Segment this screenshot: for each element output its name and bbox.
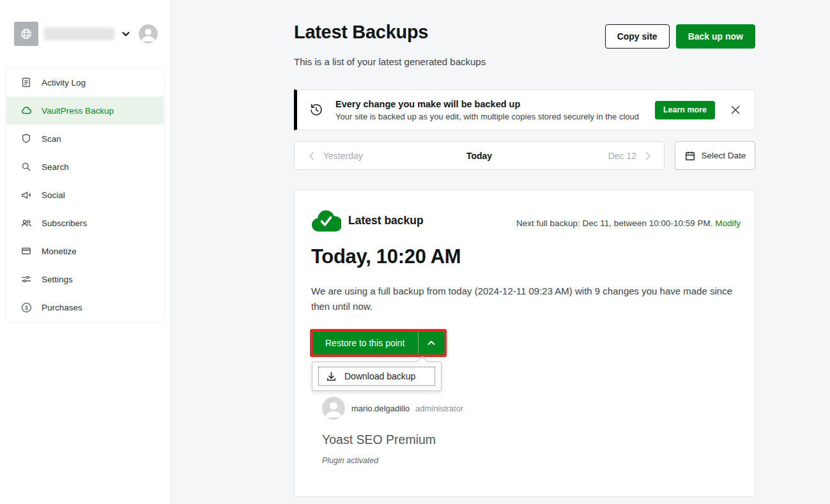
chevron-up-icon	[426, 338, 436, 348]
shield-icon	[20, 132, 33, 145]
download-backup-label: Download backup	[344, 371, 415, 381]
sidebar-nav: Activity Log VaultPress Backup Scan Sear…	[5, 67, 165, 323]
chevron-down-icon	[121, 29, 131, 39]
sidebar: Activity Log VaultPress Backup Scan Sear…	[0, 0, 171, 504]
user-name: mario.delgadillo	[351, 404, 410, 413]
calendar-icon	[684, 150, 696, 162]
current-date-label: Today	[295, 151, 664, 161]
modify-link[interactable]: Modify	[715, 218, 741, 228]
download-backup-button[interactable]: Download backup	[318, 367, 435, 386]
sidebar-item-vaultpress-backup[interactable]: VaultPress Backup	[6, 96, 164, 125]
restore-split-button: Restore to this point	[312, 332, 444, 355]
history-restore-icon	[309, 102, 324, 118]
profile-avatar[interactable]	[139, 24, 158, 43]
page-subtitle: This is a list of your latest generated …	[294, 56, 486, 67]
sidebar-item-scan[interactable]: Scan	[6, 125, 164, 153]
restore-options-popover: Download backup	[312, 362, 442, 391]
learn-more-button[interactable]: Learn more	[655, 101, 715, 119]
activity-log-icon	[20, 76, 33, 89]
latest-backup-card: Latest backup Next full backup: Dec 11, …	[294, 190, 755, 497]
page-title: Latest Backups	[294, 22, 428, 43]
sidebar-item-search[interactable]: Search	[6, 153, 164, 181]
people-icon	[20, 217, 33, 229]
banner-description: Your site is backed up as you edit, with…	[335, 112, 655, 121]
sidebar-item-settings[interactable]: Settings	[6, 265, 164, 293]
jetpack-backup-page: Activity Log VaultPress Backup Scan Sear…	[0, 0, 830, 504]
back-up-now-button[interactable]: Back up now	[676, 24, 755, 49]
sidebar-item-label: VaultPress Backup	[42, 106, 114, 116]
backup-success-cloud-icon	[311, 210, 341, 233]
activity-event-subtitle: Plugin activated	[322, 456, 378, 465]
restore-options-toggle[interactable]	[419, 332, 444, 355]
site-globe-icon	[14, 22, 38, 46]
close-icon[interactable]	[729, 103, 742, 116]
select-date-button[interactable]: Select Date	[675, 141, 755, 170]
sidebar-item-subscribers[interactable]: Subscribers	[6, 209, 164, 237]
sidebar-item-purchases[interactable]: $ Purchases	[6, 293, 164, 321]
sidebar-item-label: Search	[42, 162, 69, 172]
next-backup-schedule: Next full backup: Dec 11, between 10:00-…	[516, 218, 712, 228]
backup-time-heading: Today, 10:20 AM	[311, 245, 461, 268]
date-navigation: Today Yesterday Dec 12	[294, 141, 665, 170]
sidebar-item-label: Scan	[42, 134, 61, 144]
site-switcher[interactable]	[14, 21, 158, 47]
sidebar-item-label: Activity Log	[42, 78, 86, 88]
copy-site-button[interactable]: Copy site	[605, 24, 670, 49]
sidebar-item-activity-log[interactable]: Activity Log	[6, 68, 164, 96]
header-actions: Copy site Back up now	[605, 24, 755, 49]
sidebar-item-label: Purchases	[42, 303, 82, 312]
cloud-icon	[20, 104, 33, 117]
banner-texts: Every change you make will be backed up …	[335, 99, 655, 121]
svg-text:$: $	[24, 304, 27, 310]
activity-event-title: Yoast SEO Premium	[322, 432, 436, 447]
site-name-redacted	[44, 27, 114, 40]
sidebar-item-label: Social	[42, 190, 65, 200]
user-role: administrator	[415, 404, 463, 413]
latest-backup-label: Latest backup	[348, 214, 424, 227]
backup-description: We are using a full backup from today (2…	[311, 284, 738, 314]
activity-user-row: mario.delgadillo administrator	[322, 397, 463, 420]
search-icon	[20, 160, 33, 173]
sidebar-item-label: Subscribers	[42, 218, 87, 228]
sidebar-item-label: Settings	[42, 275, 73, 284]
backup-info-banner: Every change you make will be backed up …	[294, 89, 755, 130]
dollar-icon: $	[20, 301, 33, 314]
next-backup-text: Next full backup: Dec 11, between 10:00-…	[516, 218, 741, 228]
popover-arrow	[417, 356, 428, 367]
sliders-icon	[20, 273, 33, 286]
banner-title: Every change you make will be backed up	[335, 99, 655, 109]
megaphone-icon	[20, 188, 33, 201]
credit-card-icon	[20, 245, 33, 257]
user-avatar	[322, 397, 345, 420]
sidebar-item-social[interactable]: Social	[6, 181, 164, 209]
restore-to-this-point-button[interactable]: Restore to this point	[312, 332, 418, 355]
restore-button-highlight: Restore to this point	[310, 329, 447, 357]
select-date-label: Select Date	[702, 151, 746, 160]
sidebar-item-label: Monetize	[42, 247, 77, 256]
sidebar-item-monetize[interactable]: Monetize	[6, 237, 164, 265]
download-icon	[325, 370, 337, 383]
